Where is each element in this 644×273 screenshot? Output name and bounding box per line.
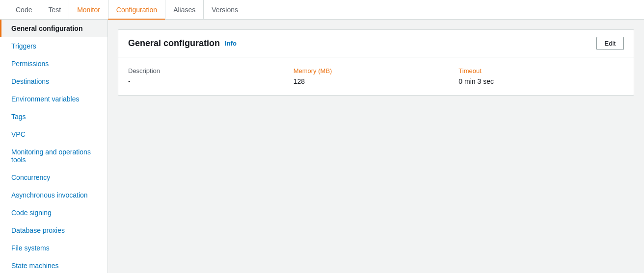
field-value-timeout: 0 min 3 sec [458, 77, 614, 85]
field-description: Description- [128, 67, 294, 85]
sidebar-item-permissions[interactable]: Permissions [0, 55, 107, 73]
sidebar-item-async-invocation[interactable]: Asynchronous invocation [0, 186, 107, 204]
sidebar-item-monitoring[interactable]: Monitoring and operations tools [0, 143, 107, 169]
config-title-text: General configuration [128, 38, 220, 49]
tab-monitor[interactable]: Monitor [69, 0, 108, 20]
sidebar-item-env-vars[interactable]: Environment variables [0, 90, 107, 108]
tab-test[interactable]: Test [40, 0, 69, 20]
sidebar-item-file-systems[interactable]: File systems [0, 239, 107, 257]
field-value-memory: 128 [294, 77, 449, 85]
config-title: General configuration Info [128, 38, 237, 49]
edit-button[interactable]: Edit [596, 37, 624, 50]
sidebar-item-tags[interactable]: Tags [0, 108, 107, 125]
field-label-timeout: Timeout [458, 67, 614, 74]
sidebar-item-concurrency[interactable]: Concurrency [0, 169, 107, 186]
info-link[interactable]: Info [225, 40, 237, 47]
sidebar-item-destinations[interactable]: Destinations [0, 73, 107, 90]
field-label-description: Description [128, 67, 284, 74]
field-memory: Memory (MB)128 [294, 67, 459, 85]
field-label-memory: Memory (MB) [294, 67, 449, 74]
config-body: Description-Memory (MB)128Timeout0 min 3… [118, 57, 634, 95]
sidebar-item-vpc[interactable]: VPC [0, 125, 107, 143]
main-layout: General configurationTriggersPermissions… [0, 20, 644, 273]
sidebar-item-db-proxies[interactable]: Database proxies [0, 222, 107, 239]
sidebar-item-code-signing[interactable]: Code signing [0, 204, 107, 222]
tab-configuration[interactable]: Configuration [108, 0, 165, 20]
field-value-description: - [128, 77, 284, 85]
tab-versions[interactable]: Versions [203, 0, 246, 20]
sidebar-item-triggers[interactable]: Triggers [0, 37, 107, 55]
sidebar-item-general[interactable]: General configuration [0, 20, 107, 37]
config-header: General configuration Info Edit [118, 30, 634, 57]
tab-aliases[interactable]: Aliases [165, 0, 203, 20]
field-timeout: Timeout0 min 3 sec [458, 67, 624, 85]
content-area: General configuration Info Edit Descript… [108, 20, 644, 273]
config-panel: General configuration Info Edit Descript… [118, 29, 634, 96]
tab-code[interactable]: Code [8, 0, 40, 20]
top-nav: CodeTestMonitorConfigurationAliasesVersi… [0, 0, 644, 20]
sidebar-item-state-machines[interactable]: State machines [0, 257, 107, 273]
sidebar: General configurationTriggersPermissions… [0, 20, 108, 273]
